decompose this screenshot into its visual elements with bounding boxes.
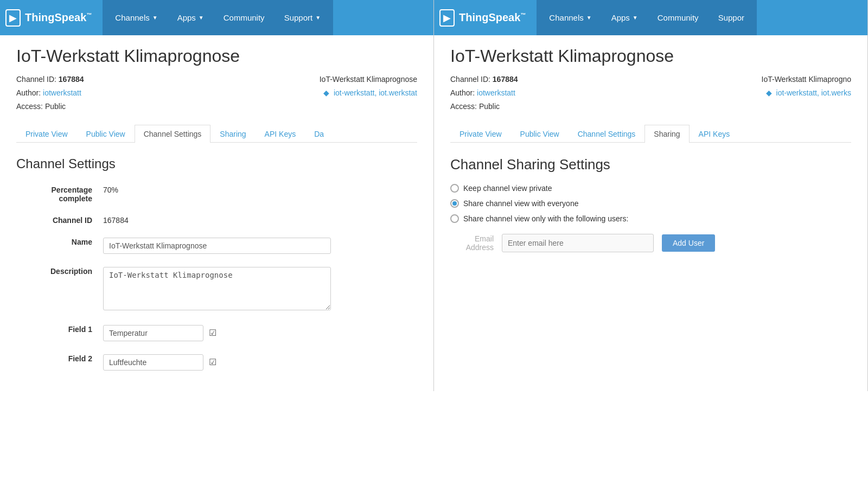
- left-nav-channels[interactable]: Channels ▼: [105, 0, 167, 35]
- tab-da[interactable]: Da: [305, 125, 333, 143]
- right-apps-caret-icon: ▼: [633, 15, 638, 21]
- email-input[interactable]: [502, 234, 654, 252]
- description-textarea[interactable]: IoT-Werkstatt Klimaprognose: [103, 267, 331, 310]
- value-field2: ☑: [103, 351, 417, 371]
- left-nav-support[interactable]: Support ▼: [275, 0, 330, 35]
- radio-share-everyone-indicator: [452, 201, 457, 206]
- right-tab-channel-settings[interactable]: Channel Settings: [569, 125, 645, 143]
- right-author-row: Author: iotwerkstatt: [450, 86, 518, 100]
- radio-keep-private[interactable]: Keep channel view private: [450, 184, 851, 193]
- right-content: IoT-Werkstatt Klimaprognose Channel ID: …: [434, 35, 867, 263]
- support-caret-icon: ▼: [315, 15, 321, 21]
- radio-keep-private-button[interactable]: [450, 184, 459, 193]
- tab-public-view[interactable]: Public View: [77, 125, 135, 143]
- value-name: [103, 234, 417, 254]
- right-channel-name-right: IoT-Werkstatt Klimaprogno: [762, 73, 851, 86]
- right-channels-caret-icon: ▼: [586, 15, 592, 21]
- form-row-percentage: Percentage complete 70%: [16, 182, 417, 203]
- name-input[interactable]: [103, 238, 331, 254]
- right-meta-right: IoT-Werkstatt Klimaprogno ◆ iot-werkstat…: [762, 73, 851, 114]
- radio-share-everyone[interactable]: Share channel view with everyone: [450, 199, 851, 208]
- form-row-description: Description IoT-Werkstatt Klimaprognose: [16, 264, 417, 312]
- left-nav-apps[interactable]: Apps ▼: [168, 0, 214, 35]
- form-row-field2: Field 2 ☑: [16, 351, 417, 371]
- left-panel: ▶ ThingSpeak™ Channels ▼ Apps ▼ Communit…: [0, 0, 434, 391]
- value-field1: ☑: [103, 322, 417, 341]
- tab-api-keys[interactable]: API Keys: [256, 125, 305, 143]
- right-author-link[interactable]: iotwerkstatt: [477, 88, 515, 97]
- form-row-field1: Field 1 ☑: [16, 322, 417, 341]
- label-channel-id: Channel ID: [16, 213, 103, 225]
- tag-icon: ◆: [323, 88, 329, 97]
- right-tags-line: ◆ iot-werkstatt, iot.werks: [762, 86, 851, 100]
- left-tabs: Private View Public View Channel Setting…: [16, 125, 417, 143]
- right-tab-public-view[interactable]: Public View: [511, 125, 569, 143]
- radio-share-everyone-button[interactable]: [450, 199, 459, 208]
- left-access-row: Access: Public: [16, 100, 84, 113]
- right-tag-icon: ◆: [766, 88, 772, 97]
- sharing-title: Channel Sharing Settings: [450, 156, 851, 173]
- email-address-label: Email Address: [450, 234, 494, 252]
- right-channel-id-row: Channel ID: 167884: [450, 73, 518, 86]
- apps-caret-icon: ▼: [199, 15, 204, 21]
- add-user-button[interactable]: Add User: [662, 234, 715, 252]
- label-percentage: Percentage complete: [16, 182, 103, 203]
- left-channel-meta: Channel ID: 167884 Author: iotwerkstatt …: [16, 73, 417, 114]
- right-meta-left: Channel ID: 167884 Author: iotwerkstatt …: [450, 73, 518, 114]
- radio-share-users[interactable]: Share channel view only with the followi…: [450, 214, 851, 223]
- left-tags-line: ◆ iot-werkstatt, iot.werkstat: [320, 86, 417, 100]
- form-row-channel-id: Channel ID 167884: [16, 213, 417, 225]
- radio-share-users-button[interactable]: [450, 214, 459, 223]
- left-brand-text: ThingSpeak™: [25, 11, 92, 24]
- left-brand[interactable]: ▶ ThingSpeak™: [5, 9, 92, 27]
- radio-share-users-label: Share channel view only with the followi…: [463, 214, 628, 223]
- right-nav-apps[interactable]: Apps ▼: [602, 0, 648, 35]
- field2-input[interactable]: [103, 354, 203, 371]
- right-tabs: Private View Public View Channel Setting…: [450, 125, 851, 143]
- right-nav-support[interactable]: Suppor: [709, 0, 754, 35]
- left-author-row: Author: iotwerkstatt: [16, 86, 84, 100]
- field2-checkbox[interactable]: ☑: [209, 357, 216, 367]
- left-channel-name-right: IoT-Werkstatt Klimaprognose: [320, 73, 417, 86]
- right-tab-private-view[interactable]: Private View: [450, 125, 511, 143]
- left-page-title: IoT-Werkstatt Klimaprognose: [16, 46, 417, 66]
- field1-checkbox[interactable]: ☑: [209, 328, 216, 338]
- left-brand-icon: ▶: [5, 9, 21, 27]
- channels-caret-icon: ▼: [152, 15, 158, 21]
- left-meta-right: IoT-Werkstatt Klimaprognose ◆ iot-werkst…: [320, 73, 417, 114]
- right-tab-sharing[interactable]: Sharing: [644, 125, 689, 143]
- left-nav-community[interactable]: Community: [214, 0, 275, 35]
- right-nav-community[interactable]: Community: [648, 0, 709, 35]
- field1-input[interactable]: [103, 325, 203, 341]
- right-brand-text: ThingSpeak™: [459, 11, 526, 24]
- value-description: IoT-Werkstatt Klimaprognose: [103, 264, 417, 312]
- right-nav-channels[interactable]: Channels ▼: [539, 0, 601, 35]
- right-nav-menu: Channels ▼ Apps ▼ Community Suppor: [537, 0, 757, 35]
- radio-share-everyone-label: Share channel view with everyone: [463, 199, 578, 208]
- value-percentage: 70%: [103, 182, 417, 194]
- label-description: Description: [16, 264, 103, 276]
- right-panel: ▶ ThingSpeak™ Channels ▼ Apps ▼ Communit…: [434, 0, 868, 391]
- left-channel-id-value: 167884: [59, 75, 84, 84]
- left-author-link[interactable]: iotwerkstatt: [43, 88, 81, 97]
- settings-section-title: Channel Settings: [16, 156, 417, 171]
- label-field2: Field 2: [16, 351, 103, 363]
- form-row-name: Name: [16, 234, 417, 254]
- right-page-title: IoT-Werkstatt Klimaprognose: [450, 46, 851, 66]
- sharing-radio-group: Keep channel view private Share channel …: [450, 184, 851, 223]
- value-channel-id: 167884: [103, 213, 417, 225]
- label-name: Name: [16, 234, 103, 246]
- tab-private-view[interactable]: Private View: [16, 125, 77, 143]
- tab-sharing[interactable]: Sharing: [210, 125, 255, 143]
- left-content: IoT-Werkstatt Klimaprognose Channel ID: …: [0, 35, 433, 391]
- right-tab-api-keys[interactable]: API Keys: [690, 125, 739, 143]
- right-channel-meta: Channel ID: 167884 Author: iotwerkstatt …: [450, 73, 851, 114]
- right-brand-icon: ▶: [439, 9, 455, 27]
- email-row: Email Address Add User: [450, 234, 851, 252]
- right-channel-id-value: 167884: [493, 75, 518, 84]
- left-channel-id-row: Channel ID: 167884: [16, 73, 84, 86]
- label-field1: Field 1: [16, 322, 103, 334]
- right-brand[interactable]: ▶ ThingSpeak™: [439, 9, 526, 27]
- left-meta-left: Channel ID: 167884 Author: iotwerkstatt …: [16, 73, 84, 114]
- tab-channel-settings[interactable]: Channel Settings: [135, 125, 211, 143]
